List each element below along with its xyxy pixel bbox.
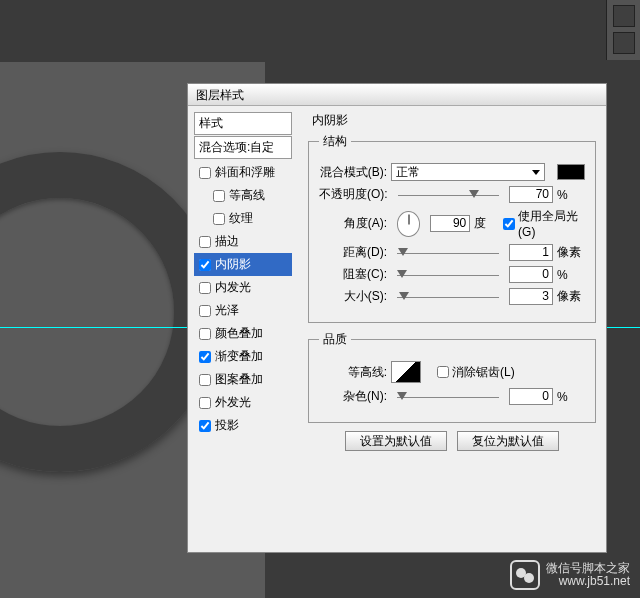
style-checkbox[interactable]	[213, 213, 225, 225]
distance-label: 距离(D):	[319, 244, 387, 261]
distance-unit: 像素	[557, 244, 585, 261]
choke-slider[interactable]	[397, 268, 499, 282]
noise-input[interactable]: 0	[509, 388, 553, 405]
opacity-slider[interactable]	[398, 188, 499, 202]
contour-picker[interactable]	[391, 361, 421, 383]
style-checkbox[interactable]	[199, 282, 211, 294]
blend-mode-select[interactable]: 正常	[391, 163, 545, 181]
style-item-stroke[interactable]: 描边	[194, 230, 292, 253]
watermark-line2: www.jb51.net	[546, 575, 630, 588]
style-item-label: 斜面和浮雕	[215, 164, 275, 181]
chevron-down-icon	[532, 170, 540, 175]
styles-header[interactable]: 样式	[194, 112, 292, 135]
opacity-input[interactable]: 70	[509, 186, 553, 203]
style-item-color-overlay[interactable]: 颜色叠加	[194, 322, 292, 345]
noise-unit: %	[557, 390, 585, 404]
style-item-label: 渐变叠加	[215, 348, 263, 365]
color-swatch[interactable]	[557, 164, 585, 180]
style-checkbox[interactable]	[199, 328, 211, 340]
antialias-checkbox[interactable]: 消除锯齿(L)	[437, 364, 515, 381]
style-item-label: 描边	[215, 233, 239, 250]
angle-label: 角度(A):	[319, 215, 387, 232]
style-item-label: 光泽	[215, 302, 239, 319]
panel-title: 内阴影	[312, 112, 596, 129]
style-item-label: 等高线	[229, 187, 265, 204]
make-default-button[interactable]: 设置为默认值	[345, 431, 447, 451]
style-checkbox[interactable]	[199, 305, 211, 317]
choke-input[interactable]: 0	[509, 266, 553, 283]
style-item-pattern-overlay[interactable]: 图案叠加	[194, 368, 292, 391]
style-item-label: 投影	[215, 417, 239, 434]
style-item-satin[interactable]: 光泽	[194, 299, 292, 322]
angle-unit: 度	[474, 215, 499, 232]
style-item-label: 外发光	[215, 394, 251, 411]
style-item-label: 图案叠加	[215, 371, 263, 388]
style-item-label: 纹理	[229, 210, 253, 227]
style-checkbox[interactable]	[199, 259, 211, 271]
style-checkbox[interactable]	[213, 190, 225, 202]
style-item-label: 内发光	[215, 279, 251, 296]
reset-default-button[interactable]: 复位为默认值	[457, 431, 559, 451]
style-item-inner-shadow[interactable]: 内阴影	[194, 253, 292, 276]
structure-legend: 结构	[319, 133, 351, 150]
style-item-inner-glow[interactable]: 内发光	[194, 276, 292, 299]
size-slider[interactable]	[397, 290, 499, 304]
dialog-titlebar[interactable]: 图层样式	[188, 84, 606, 106]
opacity-label: 不透明度(O):	[319, 186, 388, 203]
style-item-outer-glow[interactable]: 外发光	[194, 391, 292, 414]
style-checkbox[interactable]	[199, 351, 211, 363]
tool-icon[interactable]	[613, 32, 635, 54]
blend-mode-label: 混合模式(B):	[319, 164, 387, 181]
opacity-unit: %	[557, 188, 585, 202]
contour-label: 等高线:	[319, 364, 387, 381]
style-item-contour[interactable]: 等高线	[194, 184, 292, 207]
size-unit: 像素	[557, 288, 585, 305]
distance-slider[interactable]	[397, 246, 499, 260]
angle-input[interactable]: 90	[430, 215, 470, 232]
layer-style-dialog: 图层样式 样式 混合选项:自定 斜面和浮雕等高线纹理描边内阴影内发光光泽颜色叠加…	[187, 83, 607, 553]
style-checkbox[interactable]	[199, 236, 211, 248]
style-checkbox[interactable]	[199, 374, 211, 386]
noise-slider[interactable]	[397, 390, 499, 404]
watermark: 微信号脚本之家 www.jb51.net	[510, 560, 630, 590]
structure-group: 结构 混合模式(B): 正常 不透明度(O): 70 % 角度(A): 90 度	[308, 133, 596, 323]
size-label: 大小(S):	[319, 288, 387, 305]
blending-options-item[interactable]: 混合选项:自定	[194, 136, 292, 159]
quality-legend: 品质	[319, 331, 351, 348]
quality-group: 品质 等高线: 消除锯齿(L) 杂色(N): 0 %	[308, 331, 596, 423]
style-item-gradient-overlay[interactable]: 渐变叠加	[194, 345, 292, 368]
wechat-icon	[510, 560, 540, 590]
size-input[interactable]: 3	[509, 288, 553, 305]
style-item-texture[interactable]: 纹理	[194, 207, 292, 230]
angle-dial[interactable]	[397, 211, 420, 237]
style-checkbox[interactable]	[199, 420, 211, 432]
tool-icon[interactable]	[613, 5, 635, 27]
styles-list: 样式 混合选项:自定 斜面和浮雕等高线纹理描边内阴影内发光光泽颜色叠加渐变叠加图…	[188, 106, 298, 552]
choke-unit: %	[557, 268, 585, 282]
style-item-label: 内阴影	[215, 256, 251, 273]
style-item-drop-shadow[interactable]: 投影	[194, 414, 292, 437]
right-toolbar	[606, 0, 640, 60]
distance-input[interactable]: 1	[509, 244, 553, 261]
style-item-bevel[interactable]: 斜面和浮雕	[194, 161, 292, 184]
global-light-checkbox[interactable]: 使用全局光(G)	[503, 208, 585, 239]
style-item-label: 颜色叠加	[215, 325, 263, 342]
choke-label: 阻塞(C):	[319, 266, 387, 283]
noise-label: 杂色(N):	[319, 388, 387, 405]
style-checkbox[interactable]	[199, 397, 211, 409]
settings-panel: 内阴影 结构 混合模式(B): 正常 不透明度(O): 70 % 角度(A):	[298, 106, 606, 552]
style-checkbox[interactable]	[199, 167, 211, 179]
